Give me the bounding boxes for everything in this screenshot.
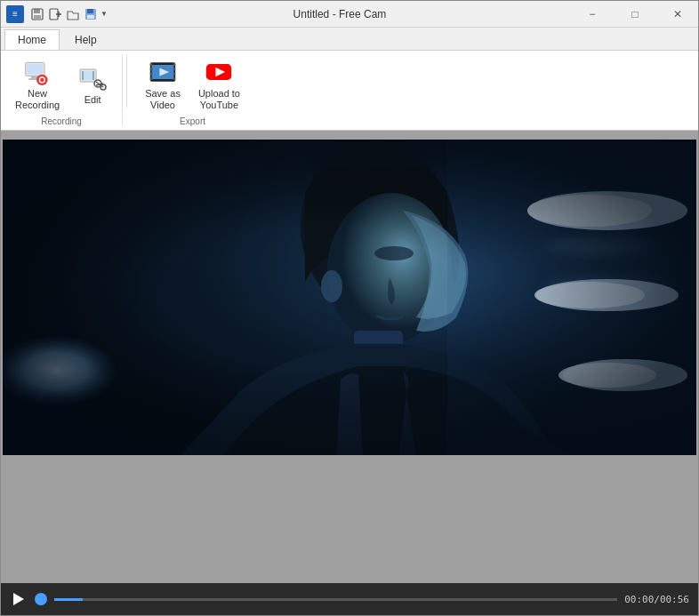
video-scene — [3, 140, 696, 455]
quick-access-open[interactable] — [65, 6, 81, 22]
svg-rect-8 — [87, 15, 94, 19]
youtube-icon — [205, 58, 233, 86]
save-as-video-icon — [149, 58, 177, 86]
person-silhouette — [3, 140, 696, 455]
export-group-label: Export — [138, 115, 247, 126]
upload-youtube-label: Upload toYouTube — [198, 88, 240, 111]
minimize-button[interactable]: − — [572, 1, 613, 28]
svg-rect-28 — [150, 73, 153, 76]
save-as-video-label: Save asVideo — [145, 88, 181, 111]
quick-access-save2[interactable] — [83, 6, 99, 22]
edit-button[interactable]: Edit — [70, 60, 115, 109]
app-window: ≡ ▼ Untitled - Free Cam − □ ✕ Home Help — [0, 0, 699, 616]
quick-access-dropdown[interactable]: ▼ — [100, 10, 108, 18]
quick-access-new[interactable] — [47, 6, 63, 22]
new-recording-button[interactable]: NewRecording — [8, 54, 67, 115]
svg-rect-32 — [173, 73, 176, 76]
ribbon-group-export: Save asVideo Upload toYouTube Export — [131, 54, 254, 126]
svg-rect-19 — [92, 71, 94, 80]
svg-rect-51 — [3, 140, 696, 455]
ribbon-tab-bar: Home Help — [1, 28, 698, 51]
timeline-progress — [54, 598, 83, 601]
svg-rect-27 — [150, 68, 153, 71]
video-player — [3, 140, 696, 455]
svg-rect-29 — [150, 77, 153, 80]
play-button[interactable] — [10, 590, 28, 608]
new-recording-icon — [23, 58, 52, 86]
tab-help[interactable]: Help — [61, 29, 110, 50]
svg-rect-7 — [87, 9, 93, 13]
close-button[interactable]: ✕ — [657, 1, 698, 28]
upload-youtube-button[interactable]: Upload toYouTube — [191, 54, 247, 115]
svg-rect-18 — [82, 71, 84, 80]
timeline-track[interactable] — [54, 598, 617, 601]
save-as-video-button[interactable]: Save asVideo — [138, 54, 188, 115]
edit-label: Edit — [84, 94, 101, 106]
window-title: Untitled - Free Cam — [108, 8, 572, 20]
app-icon: ≡ — [6, 5, 24, 23]
timeline-handle[interactable] — [35, 593, 47, 605]
svg-rect-31 — [173, 68, 176, 71]
player-controls: 00:00/00:56 — [1, 583, 698, 615]
svg-rect-17 — [82, 71, 94, 80]
main-content-area — [1, 131, 698, 583]
ribbon-group-recording: NewRecording — [1, 54, 123, 126]
svg-point-15 — [40, 78, 44, 82]
ribbon-panel: NewRecording — [1, 51, 698, 131]
tab-home[interactable]: Home — [4, 29, 60, 50]
recording-group-label: Recording — [8, 115, 115, 126]
svg-rect-26 — [150, 63, 153, 66]
title-bar: ≡ ▼ Untitled - Free Cam − □ ✕ — [1, 1, 698, 28]
window-controls: − □ ✕ — [572, 1, 698, 28]
new-recording-label: NewRecording — [15, 88, 60, 111]
svg-rect-30 — [173, 63, 176, 66]
export-group-items: Save asVideo Upload toYouTube — [138, 54, 247, 115]
quick-access-save[interactable] — [29, 6, 45, 22]
svg-rect-33 — [173, 77, 176, 80]
svg-rect-1 — [34, 9, 40, 13]
maximize-button[interactable]: □ — [615, 1, 655, 28]
ribbon-separator — [126, 54, 127, 108]
edit-icon — [78, 64, 107, 92]
svg-rect-2 — [34, 15, 41, 19]
svg-rect-10 — [28, 64, 44, 75]
play-icon — [13, 593, 24, 605]
recording-group-items: NewRecording — [8, 54, 115, 115]
time-display: 00:00/00:56 — [624, 594, 689, 605]
